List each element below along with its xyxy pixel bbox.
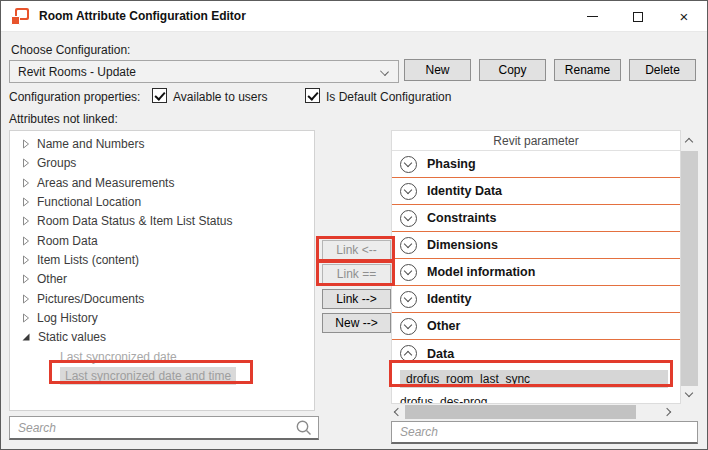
minimize-button[interactable] [569,1,615,32]
revit-parameter-panel: Revit parameter Phasing Identity Data Co… [391,130,681,404]
param-group-dimensions[interactable]: Dimensions [392,232,680,259]
chevron-down-circle-icon [400,237,417,254]
scroll-left-icon [394,408,402,416]
tree-expander-collapsed-icon [22,255,30,265]
window-controls: × [569,1,707,32]
search-icon [295,419,312,436]
scroll-down-icon [685,389,693,397]
tree-expander-collapsed-icon [22,197,30,207]
right-search-box [391,421,698,444]
tree-expander-collapsed-icon [22,216,30,226]
tree-item[interactable]: Pictures/Documents [10,289,314,308]
tree-item[interactable]: Functional Location [10,192,314,211]
tree-expander-collapsed-icon [22,236,30,246]
chevron-down-circle-icon [400,156,417,173]
link-equals-button[interactable]: Link == [322,264,391,284]
minimize-icon [587,16,598,17]
attributes-tree: Name and Numbers Groups Areas and Measur… [9,130,315,411]
right-search-input[interactable] [392,425,697,439]
vertical-scrollbar-thumb[interactable] [681,151,698,386]
is-default-configuration-label: Is Default Configuration [326,90,451,104]
vertical-scrollbar[interactable] [681,131,698,404]
maximize-button[interactable] [615,1,661,32]
param-group-identity-data[interactable]: Identity Data [392,178,680,205]
delete-button[interactable]: Delete [629,59,696,81]
tree-item[interactable]: Name and Numbers [10,134,314,153]
new-right-button[interactable]: New --> [322,313,391,333]
param-group-model-information[interactable]: Model information [392,259,680,286]
close-icon: × [680,9,689,24]
configuration-dropdown[interactable]: Revit Rooms - Update [9,60,399,83]
revit-parameter-header: Revit parameter [392,131,680,151]
chevron-down-circle-icon [400,264,417,281]
tree-item[interactable]: Last syncronized date [10,347,314,366]
chevron-down-circle-icon [400,183,417,200]
link-left-button[interactable]: Link <-- [322,240,391,260]
tree-item[interactable]: Last syncronized date and time [10,366,314,385]
is-default-configuration-checkbox[interactable] [305,88,320,103]
chevron-down-circle-icon [400,210,417,227]
scroll-right-icon [663,408,671,416]
maximize-icon [633,12,643,22]
param-group-constraints[interactable]: Constraints [392,205,680,232]
param-group-identity[interactable]: Identity [392,286,680,313]
param-group-phasing[interactable]: Phasing [392,151,680,178]
close-button[interactable]: × [661,1,707,32]
tree-item[interactable]: Areas and Measurements [10,173,314,192]
tree-expander-collapsed-icon [22,294,30,304]
tree-item[interactable]: Room Data Status & Item List Status [10,211,314,230]
horizontal-scrollbar-thumb[interactable] [405,405,636,419]
new-button[interactable]: New [404,59,471,81]
tree-item[interactable]: Room Data [10,231,314,250]
rename-button[interactable]: Rename [554,59,621,81]
configuration-dropdown-value: Revit Rooms - Update [18,65,136,79]
chevron-down-icon [380,67,389,76]
available-to-users-label: Available to users [173,90,268,104]
left-search-box [9,416,319,440]
tree-expander-collapsed-icon [22,158,30,168]
tree-item[interactable]: Groups [10,153,314,172]
param-group-other[interactable]: Other [392,313,680,340]
app-icon [11,8,29,25]
param-item-selected[interactable]: drofus_room_last_sync [392,367,680,390]
tree-expander-collapsed-icon [22,178,30,188]
tree-item[interactable]: Other [10,269,314,288]
attributes-not-linked-label: Attributes not linked: [9,112,118,126]
chevron-down-circle-icon [400,291,417,308]
scroll-up-icon [685,138,693,146]
window-title: Room Attribute Configuration Editor [39,9,246,23]
configuration-properties-label: Configuration properties: [9,90,140,104]
choose-configuration-label: Choose Configuration: [11,43,130,57]
tree-expander-collapsed-icon [22,313,30,323]
available-to-users-checkbox[interactable] [152,88,167,103]
copy-button[interactable]: Copy [479,59,546,81]
tree-expander-collapsed-icon [22,139,30,149]
tree-item[interactable]: Static values [10,327,314,346]
horizontal-scrollbar[interactable] [391,405,674,419]
left-search-input[interactable] [10,421,295,435]
tree-item[interactable]: Item Lists (content) [10,250,314,269]
chevron-up-circle-icon [400,345,417,362]
tree-item[interactable]: Log History [10,308,314,327]
tree-expander-expanded-icon [22,332,31,342]
tree-expander-collapsed-icon [22,274,30,284]
dialog-window: Room Attribute Configuration Editor × Ch… [0,0,708,450]
param-item[interactable]: drofus_des-prog [392,390,680,404]
param-group-data[interactable]: Data [392,340,680,367]
link-right-button[interactable]: Link --> [322,289,391,309]
chevron-down-circle-icon [400,318,417,335]
